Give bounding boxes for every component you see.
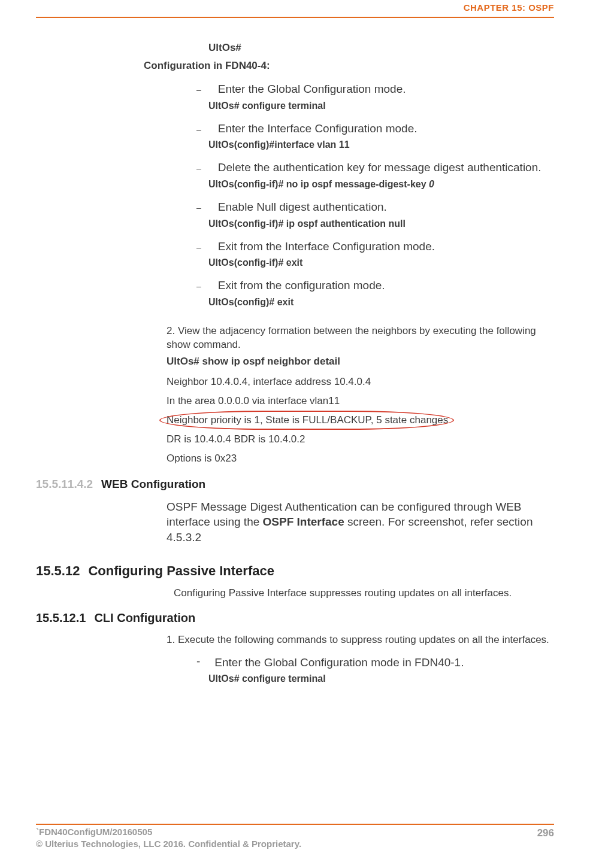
step-text: Enter the Global Configuration mode. xyxy=(218,81,406,97)
section-title: CLI Configuration xyxy=(94,611,195,625)
step-row: – Exit from the configuration mode. xyxy=(196,278,554,293)
cli-step-row: - Enter the Global Configuration mode in… xyxy=(196,655,554,670)
chapter-header: CHAPTER 15: OSPF xyxy=(464,2,554,13)
web-para: OSPF Message Digest Authentication can b… xyxy=(167,499,550,545)
bullet-dash-icon: – xyxy=(196,85,201,95)
output-line: Options is 0x23 xyxy=(167,453,554,465)
output-line: DR is 10.4.0.4 BDR is 10.4.0.2 xyxy=(167,433,554,445)
bullet-dash-icon: – xyxy=(196,242,201,252)
cli-step-text: Enter the Global Configuration mode in F… xyxy=(214,655,464,670)
section-heading-passive: 15.5.12 Configuring Passive Interface xyxy=(36,563,554,579)
step-row: – Delete the authentication key for mess… xyxy=(196,160,554,175)
bullet-dash-icon: - xyxy=(196,655,200,668)
step-row: – Enter the Interface Configuration mode… xyxy=(196,121,554,136)
step-cmd: UltOs(config-if)# no ip ospf message-dig… xyxy=(208,179,554,190)
header-rule xyxy=(36,17,554,18)
passive-desc: Configuring Passive Interface suppresses… xyxy=(174,587,554,599)
step-text: Exit from the configuration mode. xyxy=(218,278,385,293)
footer-doc-id: `FDN40ConfigUM/20160505 xyxy=(36,826,301,838)
step-cmd: UltOs(config)# exit xyxy=(208,297,554,308)
footer-page-number: 296 xyxy=(537,827,554,839)
cli-step-cmd: UltOs# configure terminal xyxy=(208,673,554,684)
step-row: – Enter the Global Configuration mode. xyxy=(196,81,554,97)
bullet-dash-icon: – xyxy=(196,125,201,134)
output-line-highlighted: Neighbor priority is 1, State is FULL/BA… xyxy=(167,414,554,426)
cmd-arg: 0 xyxy=(429,179,434,189)
step-row: – Exit from the Interface Configuration … xyxy=(196,239,554,254)
bullet-dash-icon: – xyxy=(196,203,201,213)
step-cmd: UltOs(config-if)# exit xyxy=(208,257,554,268)
section-number: 15.5.12 xyxy=(36,563,80,579)
section-heading-web: 15.5.11.4.2 WEB Configuration xyxy=(36,478,554,491)
para-initial: O xyxy=(167,500,176,513)
view-cmd: UltOs# show ip ospf neighbor detail xyxy=(167,356,554,368)
view-intro: 2. View the adjacency formation between … xyxy=(167,324,550,352)
footer-left: `FDN40ConfigUM/20160505 © Ulterius Techn… xyxy=(36,826,301,851)
cli-intro: 1. Execute the following commands to sup… xyxy=(167,633,550,647)
step-text: Delete the authentication key for messag… xyxy=(218,160,541,175)
step-text: Enable Null digest authentication. xyxy=(218,199,387,215)
section-number: 15.5.11.4.2 xyxy=(36,478,93,491)
para-bold: OSPF Interface xyxy=(263,515,344,528)
step-text: Exit from the Interface Configuration mo… xyxy=(218,239,435,254)
step-cmd: UltOs(config-if)# ip ospf authentication… xyxy=(208,218,554,229)
prompt-line: UltOs# xyxy=(208,42,554,54)
step-cmd: UltOs# configure terminal xyxy=(208,101,554,111)
footer-rule xyxy=(36,824,554,825)
highlight-wrap: Neighbor priority is 1, State is FULL/BA… xyxy=(167,414,448,426)
cmd-text: UltOs(config-if)# no ip ospf message-dig… xyxy=(208,179,429,189)
step-cmd: UltOs(config)#interface vlan 11 xyxy=(208,139,554,150)
bullet-dash-icon: – xyxy=(196,163,201,173)
output-line: In the area 0.0.0.0 via interface vlan11 xyxy=(167,395,554,407)
footer-copyright: © Ulterius Technologies, LLC 2016. Confi… xyxy=(36,838,301,850)
section-title: Configuring Passive Interface xyxy=(88,563,274,579)
section-title: WEB Configuration xyxy=(101,478,205,491)
output-line: Neighbor 10.4.0.4, interface address 10.… xyxy=(167,376,554,388)
section-heading-cli: 15.5.12.1 CLI Configuration xyxy=(36,611,554,625)
step-row: – Enable Null digest authentication. xyxy=(196,199,554,215)
step-text: Enter the Interface Configuration mode. xyxy=(218,121,417,136)
config-label: Configuration in FDN40-4: xyxy=(144,60,554,72)
bullet-dash-icon: – xyxy=(196,281,201,291)
section-number: 15.5.12.1 xyxy=(36,611,86,625)
output-text: Neighbor priority is 1, State is FULL/BA… xyxy=(167,414,448,426)
page-content: UltOs# Configuration in FDN40-4: – Enter… xyxy=(36,42,554,694)
